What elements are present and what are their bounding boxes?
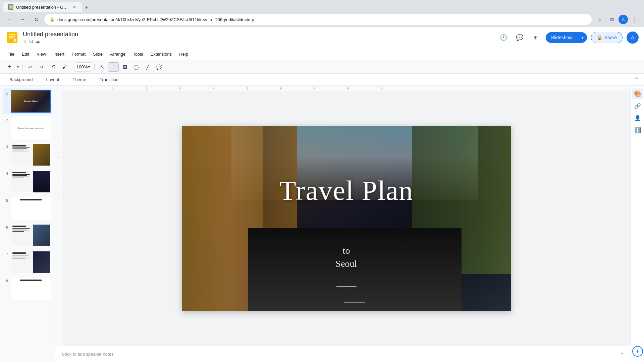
slide-7-lines (12, 255, 32, 258)
more-button[interactable]: ⋮ (629, 14, 640, 25)
svg-rect-3 (9, 34, 15, 35)
main-content: 1 Travel Plan 2 Because Korea wears time… (0, 86, 644, 362)
vertical-ruler: 1 2 3 4 5 (55, 91, 62, 346)
browser-addressbar: ← → ↻ 🔒 docs.google.com/presentation/d/1… (0, 12, 644, 27)
app-container: Untitled presentation ☆ ⊡ ☁ 🕐 💬 ⊞ Slides… (0, 27, 644, 362)
view-options-button[interactable]: ⊞ (530, 32, 542, 44)
share-label: Share (604, 35, 617, 40)
forward-button[interactable]: → (17, 14, 28, 25)
menu-edit[interactable]: Edit (18, 50, 33, 58)
speaker-notes[interactable]: Click to add speaker notes ⌃ (55, 346, 631, 362)
slide-preview-3 (11, 143, 51, 166)
slide-thumbnail-8[interactable]: 8 (3, 276, 52, 302)
undo-button[interactable]: ↩ (25, 62, 36, 72)
ruler-v-mark-2: 2 (57, 118, 60, 138)
slide-thumbnail-4[interactable]: 4 (3, 169, 52, 194)
cloud-icon[interactable]: ☁ (35, 39, 40, 44)
drive-icon[interactable]: ⊡ (29, 39, 33, 44)
back-button[interactable]: ← (4, 14, 15, 25)
slide-preview-5 (11, 197, 51, 220)
paintformat-button[interactable]: 🖌 (59, 62, 70, 72)
svg-text:G: G (10, 6, 12, 9)
ruler-mark-3: 3 (179, 87, 213, 90)
bookmark-button[interactable]: ☆ (594, 14, 605, 25)
tool-group-add: + ▾ (4, 62, 20, 72)
slide-preview-inner-4 (11, 171, 50, 192)
menu-arrange[interactable]: Arrange (107, 50, 129, 58)
add-dropdown[interactable]: ▾ (15, 62, 20, 72)
slide-3-content (11, 144, 33, 166)
app-title-icons: ☆ ⊡ ☁ (23, 39, 78, 44)
avatar[interactable]: A (627, 32, 639, 44)
extensions-button[interactable]: ⧉ (606, 14, 617, 25)
separator-3 (94, 64, 95, 70)
slide-thumbnail-7[interactable]: 7 (3, 249, 52, 275)
star-icon[interactable]: ☆ (23, 39, 27, 44)
slide-thumbnail-5[interactable]: 5 (3, 196, 52, 221)
cursor-tool[interactable]: ↖ (97, 62, 107, 72)
slide-thumbnail-2[interactable]: 2 Because Korea wears time doesn't (3, 115, 52, 141)
shape-tool[interactable]: ◯ (131, 62, 142, 72)
menu-help[interactable]: Help (176, 50, 192, 58)
transition-button[interactable]: Transition (96, 76, 123, 83)
slide-title[interactable]: Travel Plan (279, 175, 413, 206)
collapse-toolbar-button[interactable]: ⌃ (634, 76, 639, 83)
redo-button[interactable]: ↪ (36, 62, 47, 72)
slide-6-lines (12, 228, 32, 232)
menu-view[interactable]: View (33, 50, 49, 58)
slide-num-1: 1 (4, 91, 8, 95)
notes-expand-button[interactable]: ⌃ (620, 352, 624, 357)
share-button[interactable]: 🔒 Share (591, 32, 623, 43)
tab-close-btn[interactable]: ✕ (72, 4, 76, 10)
profile-button[interactable]: A (619, 15, 628, 24)
slide-subtitle-line1: to (336, 244, 357, 257)
ruler-v-mark-5: 5 (57, 178, 60, 198)
slide-num-6: 6 (4, 225, 8, 229)
sidebar-person-button[interactable]: 👤 (632, 113, 643, 123)
sidebar-palette-button[interactable]: 🎨 (632, 88, 643, 99)
refresh-button[interactable]: ↻ (31, 14, 42, 25)
slide-thumbnail-6[interactable]: 6 (3, 223, 52, 248)
menu-bar: File Edit View Insert Format Slide Arran… (0, 48, 644, 60)
slide-thumbnail-3[interactable]: 3 (3, 142, 52, 168)
slide-7-image (33, 251, 50, 273)
menu-insert[interactable]: Insert (50, 50, 68, 58)
slide-preview-4 (11, 170, 51, 193)
separator-2 (72, 64, 72, 70)
slide-thumbnail-1[interactable]: 1 Travel Plan (3, 88, 52, 114)
select-tool[interactable]: ⬚ (108, 62, 119, 72)
image-tool[interactable]: 🖼 (119, 62, 130, 72)
add-button[interactable]: + (4, 62, 15, 72)
slideshow-dropdown-button[interactable]: ▾ (578, 32, 587, 43)
comment-tool[interactable]: 💬 (154, 62, 164, 72)
app-header: Untitled presentation ☆ ⊡ ☁ 🕐 💬 ⊞ Slides… (0, 27, 644, 48)
background-button[interactable]: Background (5, 76, 37, 83)
slideshow-button[interactable]: Slideshow (546, 32, 578, 43)
menu-format[interactable]: Format (68, 50, 89, 58)
share-lock-icon: 🔒 (597, 35, 602, 40)
ruler-mark-6: 6 (280, 87, 314, 90)
history-button[interactable]: 🕐 (497, 32, 509, 44)
comment-button[interactable]: 💬 (514, 32, 526, 44)
layout-button[interactable]: Layout (42, 76, 63, 83)
new-tab-button[interactable]: + (82, 3, 91, 12)
sidebar-info-button[interactable]: ℹ️ (632, 125, 643, 135)
horizontal-ruler: 1 2 3 4 5 6 7 8 9 (55, 86, 631, 91)
menu-file[interactable]: File (4, 50, 18, 58)
menu-slide[interactable]: Slide (90, 50, 106, 58)
active-tab[interactable]: G Untitled presentation - Google ... ✕ (3, 2, 82, 12)
slide-canvas-area[interactable]: Travel Plan to Seoul (62, 91, 631, 346)
app-title[interactable]: Untitled presentation (23, 31, 78, 38)
main-slide[interactable]: Travel Plan to Seoul (182, 126, 511, 311)
sidebar-add-button[interactable]: + (632, 346, 643, 357)
url-text: docs.google.com/presentation/d/10hxIzdVy… (57, 17, 586, 22)
tab-favicon: G (8, 4, 13, 10)
print-button[interactable]: 🖨 (48, 62, 58, 72)
sidebar-link-button[interactable]: 🔗 (632, 101, 643, 111)
line-tool[interactable]: ╱ (142, 62, 153, 72)
menu-tools[interactable]: Tools (129, 50, 146, 58)
menu-extensions[interactable]: Extensions (147, 50, 175, 58)
zoom-control[interactable]: 100% ▾ (74, 62, 92, 72)
theme-button[interactable]: Theme (68, 76, 90, 83)
address-bar[interactable]: 🔒 docs.google.com/presentation/d/10hxIzd… (44, 14, 592, 25)
